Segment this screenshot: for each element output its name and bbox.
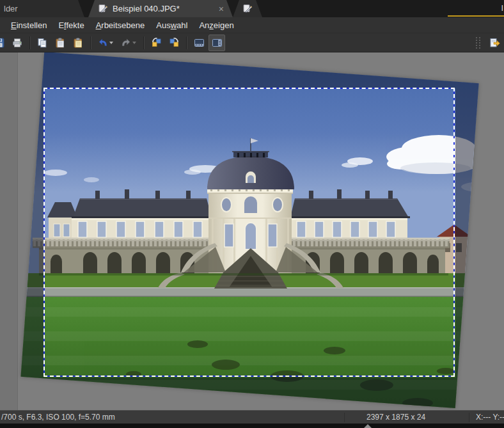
rotate-left-button[interactable] <box>148 35 164 51</box>
menu-anzeigen[interactable]: Anzeigen <box>193 19 239 32</box>
bottom-panel-bar <box>0 424 504 428</box>
panel-right-icon <box>212 38 223 48</box>
module-accent-underline <box>448 15 504 17</box>
panel-right-toggle[interactable] <box>209 35 225 51</box>
paste-button[interactable] <box>52 35 68 51</box>
tab-label: lder <box>4 4 18 13</box>
rotate-right-icon <box>169 37 180 48</box>
menu-effekte[interactable]: Effekte <box>52 19 90 32</box>
redo-button[interactable] <box>118 35 139 51</box>
photo-editor-window: lder Beispiel 040.JPG* × I Einstellen Ef… <box>0 0 504 428</box>
export-button[interactable] <box>487 35 503 51</box>
printer-icon <box>12 38 22 48</box>
status-separator <box>469 413 469 422</box>
menu-arbeitsebene[interactable]: Arbeitsebene <box>90 19 151 32</box>
paste-icon <box>55 38 65 48</box>
toolbar-separator <box>29 36 30 49</box>
tab-label: Beispiel 040.JPG* <box>113 4 180 13</box>
menu-einstellen[interactable]: Einstellen <box>5 19 52 32</box>
copy-button[interactable] <box>34 35 51 51</box>
editor-canvas[interactable] <box>0 52 504 410</box>
tab-beispiel-040[interactable]: Beispiel 040.JPG* × <box>88 0 233 17</box>
rotate-left-icon <box>151 37 162 48</box>
edit-pencil-icon <box>243 3 253 15</box>
module-tab-import[interactable]: I <box>501 0 504 17</box>
tab-next-document[interactable] <box>233 0 262 17</box>
status-separator <box>344 413 345 422</box>
save-icon <box>0 38 4 48</box>
document-tabbar: lder Beispiel 040.JPG* × I <box>0 0 504 17</box>
redo-dropdown-icon[interactable] <box>132 42 136 44</box>
tab-bilder[interactable]: lder <box>0 0 84 17</box>
panel-bottom-icon <box>194 38 205 48</box>
undo-dropdown-icon[interactable] <box>109 42 113 44</box>
undo-icon <box>98 38 108 48</box>
paste-special-icon <box>73 38 83 48</box>
tab-close-icon[interactable]: × <box>219 4 224 13</box>
panel-bottom-toggle[interactable] <box>191 35 207 51</box>
status-exif-info: /700 s, F6.3, ISO 100, f=5.70 mm <box>1 413 115 422</box>
crop-selection-marquee[interactable] <box>43 88 455 377</box>
toolbar-separator <box>186 36 187 49</box>
expand-panel-arrow-icon[interactable] <box>364 424 372 428</box>
menubar: Einstellen Effekte Arbeitsebene Auswahl … <box>0 17 504 33</box>
redo-icon <box>121 38 131 48</box>
canvas-left-strip <box>0 52 18 410</box>
paste-special-button[interactable] <box>70 35 86 51</box>
save-button[interactable] <box>0 35 8 51</box>
menu-auswahl[interactable]: Auswahl <box>150 19 193 32</box>
status-image-size: 2397 x 1875 x 24 <box>366 413 425 422</box>
rotate-right-button[interactable] <box>166 35 182 51</box>
statusbar: /700 s, F6.3, ISO 100, f=5.70 mm 2397 x … <box>0 410 504 424</box>
print-button[interactable] <box>9 35 26 51</box>
toolbar-separator <box>90 36 91 49</box>
toolbar-grip-handle[interactable] <box>476 37 481 49</box>
export-icon <box>489 38 501 48</box>
main-toolbar <box>0 33 504 52</box>
status-pointer-coords: X:--- Y:--- <box>476 413 504 422</box>
copy-icon <box>37 38 47 48</box>
edit-pencil-icon <box>98 3 108 15</box>
toolbar-separator <box>143 36 144 49</box>
undo-button[interactable] <box>95 35 116 51</box>
